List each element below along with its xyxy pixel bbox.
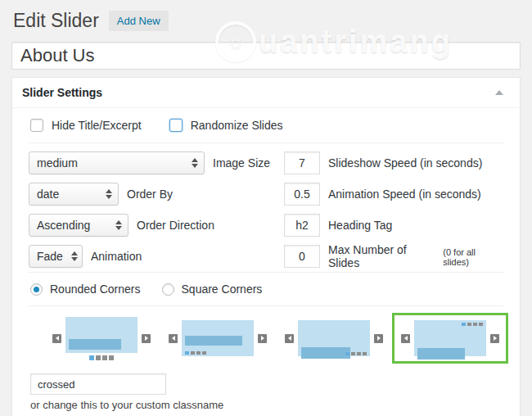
image-size-select[interactable]: medium (29, 151, 205, 174)
order-by-value: date (37, 188, 59, 201)
slider-settings-panel: Slider Settings Hide Title/Excerpt Rando… (11, 77, 521, 416)
slider-title-input[interactable] (11, 42, 521, 70)
order-direction-label: Order Direction (137, 219, 214, 232)
pagination-dots-icon (185, 351, 206, 355)
slider-theme-option-1[interactable] (43, 310, 160, 368)
theme-4-preview (414, 320, 486, 356)
slider-theme-option-3[interactable] (276, 313, 392, 364)
square-corners-radio[interactable] (162, 283, 174, 296)
pagination-dots-icon (345, 352, 367, 355)
classname-section: or change this to your custom classname (29, 367, 503, 413)
order-direction-select[interactable]: Ascending (29, 214, 128, 237)
next-arrow-icon (258, 334, 267, 343)
edit-slider-page: Edit Slider Add New ☼ uantrimang Slider … (0, 0, 532, 416)
animation-row: Fade Animation (29, 241, 284, 272)
pagination-dots-icon (462, 323, 483, 326)
rounded-corners-radio[interactable] (30, 283, 43, 296)
animation-select[interactable]: Fade (29, 245, 83, 268)
hide-title-checkbox-group[interactable]: Hide Title/Excerpt (30, 119, 142, 132)
prev-arrow-icon (169, 334, 178, 343)
heading-tag-input[interactable] (284, 214, 320, 237)
order-direction-row: Ascending Order Direction (29, 210, 284, 241)
animation-label: Animation (91, 250, 142, 263)
prev-arrow-icon (285, 334, 294, 343)
animation-speed-row: Animation Speed (in seconds) (284, 179, 503, 210)
slideshow-speed-input[interactable] (284, 151, 320, 174)
order-by-row: date Order By (29, 179, 284, 210)
theme-thumbnails-row (29, 306, 503, 367)
square-corners-radio-group[interactable]: Square Corners (162, 283, 263, 296)
order-by-label: Order By (127, 188, 173, 201)
max-slides-note: (0 for all slides) (443, 247, 503, 267)
hide-title-checkbox[interactable] (30, 119, 43, 132)
max-slides-label: Max Number of Slides (328, 243, 440, 269)
image-size-label: Image Size (213, 156, 270, 170)
settings-grid: medium Image Size Slideshow Speed (in se… (29, 143, 503, 272)
stepper-icon (97, 189, 112, 199)
panel-body: Hide Title/Excerpt Randomize Slides medi… (12, 108, 520, 416)
theme-3-preview (298, 320, 370, 356)
max-slides-row: Max Number of Slides (0 for all slides) (284, 241, 503, 272)
order-direction-value: Ascending (37, 219, 90, 232)
animation-speed-label: Animation Speed (in seconds) (328, 188, 481, 201)
classname-help-text: or change this to your custom classname (30, 399, 503, 411)
stepper-icon (183, 158, 198, 168)
next-arrow-icon (490, 334, 499, 343)
pagination-dots-icon (89, 355, 114, 360)
randomize-slides-label: Randomize Slides (191, 119, 283, 132)
collapse-toggle-icon[interactable] (495, 90, 503, 95)
page-header: Edit Slider Add New (0, 0, 532, 33)
animation-value: Fade (37, 250, 63, 263)
checkbox-row: Hide Title/Excerpt Randomize Slides (29, 108, 503, 142)
animation-speed-input[interactable] (284, 183, 320, 206)
stepper-icon (63, 251, 78, 261)
max-slides-input[interactable] (284, 245, 320, 268)
slideshow-speed-label: Slideshow Speed (in seconds) (328, 156, 482, 170)
rounded-corners-label: Rounded Corners (50, 283, 141, 296)
slider-theme-option-2[interactable] (160, 313, 276, 364)
add-new-button[interactable]: Add New (109, 11, 169, 31)
heading-tag-label: Heading Tag (328, 219, 392, 232)
panel-header[interactable]: Slider Settings (12, 78, 520, 108)
rounded-corners-radio-group[interactable]: Rounded Corners (30, 283, 141, 296)
next-arrow-icon (374, 334, 383, 343)
square-corners-label: Square Corners (182, 283, 263, 296)
image-size-value: medium (37, 156, 78, 170)
hide-title-label: Hide Title/Excerpt (52, 119, 142, 132)
slider-theme-option-4[interactable] (392, 313, 508, 364)
theme-2-preview (182, 320, 254, 356)
slideshow-speed-row: Slideshow Speed (in seconds) (284, 147, 503, 179)
page-title: Edit Slider (13, 9, 99, 33)
image-size-row: medium Image Size (29, 147, 284, 179)
next-arrow-icon (142, 334, 151, 343)
prev-arrow-icon (52, 334, 61, 343)
theme-1-preview (65, 317, 138, 353)
panel-title: Slider Settings (22, 86, 102, 99)
corners-radio-row: Rounded Corners Square Corners (29, 273, 503, 305)
randomize-slides-checkbox[interactable] (169, 119, 183, 132)
stepper-icon (107, 220, 122, 230)
prev-arrow-icon (401, 334, 410, 343)
randomize-slides-checkbox-group[interactable]: Randomize Slides (169, 119, 283, 132)
order-by-select[interactable]: date (29, 183, 119, 206)
heading-tag-row: Heading Tag (284, 210, 503, 241)
custom-classname-input[interactable] (30, 373, 166, 395)
